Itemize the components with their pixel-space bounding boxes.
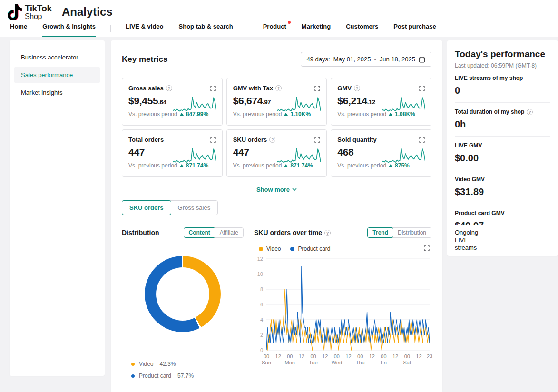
calendar-icon	[419, 56, 425, 63]
left-sidebar: Business accelerator Sales performance M…	[10, 40, 105, 376]
show-more-label: Show more	[256, 186, 290, 193]
today-performance-title: Today's performance	[455, 49, 550, 59]
legend-label: Video	[139, 361, 153, 367]
nav-item-post-purchase[interactable]: Post purchase	[393, 23, 437, 37]
page-title: Analytics	[62, 5, 113, 19]
legend-label: Product card	[298, 245, 330, 252]
date-range-days: 49 days:	[307, 56, 330, 63]
svg-text:2: 2	[260, 332, 263, 338]
nav-item-growth-insights[interactable]: Growth & insights	[42, 23, 96, 37]
legend-item-video: Video42.3%	[131, 361, 244, 367]
metric-title: Sold quantity	[337, 136, 376, 143]
stat-value: $31.89	[455, 186, 550, 197]
help-icon[interactable]: ?	[166, 85, 172, 91]
over-time-toggle: Trend Distribution	[367, 227, 431, 238]
primary-nav: Home Growth & insights LIVE & video Shop…	[10, 21, 437, 37]
expand-icon[interactable]	[419, 86, 425, 91]
legend-item-video: Video	[259, 245, 281, 252]
svg-text:4: 4	[260, 317, 263, 323]
svg-text:00: 00	[287, 353, 293, 359]
help-icon[interactable]: ?	[354, 85, 360, 91]
sparkline-chart	[173, 94, 216, 117]
nav-item-live-video[interactable]: LIVE & video	[125, 23, 164, 37]
product-card-legend-dot	[290, 247, 294, 251]
metric-value: $6,214	[337, 95, 367, 106]
stat-label: LIVE GMV	[455, 142, 482, 149]
nav-item-product[interactable]: Product	[263, 23, 287, 37]
svg-text:12: 12	[275, 353, 281, 359]
brand-line2: Shop	[25, 13, 51, 20]
sidebar-item-business-accelerator[interactable]: Business accelerator	[14, 49, 100, 66]
top-bar: TikTok Shop Analytics Home Growth & insi…	[0, 0, 558, 37]
distribution-title: Distribution	[122, 229, 159, 236]
legend-item-product-card: Product card57.7%	[131, 372, 244, 379]
svg-text:00: 00	[334, 353, 340, 359]
legend-value: 42.3%	[159, 361, 176, 367]
sidebar-item-sales-performance[interactable]: Sales performance	[14, 67, 100, 83]
brand-line1: TikTok	[25, 4, 51, 13]
expand-icon[interactable]	[314, 137, 320, 143]
help-icon[interactable]: ?	[527, 109, 533, 115]
stat-label: Total duration of my shop	[455, 108, 524, 115]
compare-label: Vs. previous period	[337, 111, 386, 118]
toggle-trend[interactable]: Trend	[367, 227, 393, 238]
compare-label: Vs. previous period	[233, 162, 282, 169]
date-range-start: May 01, 2025	[333, 56, 371, 63]
nav-item-marketing[interactable]: Marketing	[301, 23, 331, 37]
svg-text:00: 00	[381, 353, 386, 359]
svg-text:8: 8	[260, 286, 263, 292]
nav-item-customers[interactable]: Customers	[345, 23, 379, 37]
expand-icon[interactable]	[314, 86, 320, 91]
date-range-separator: -	[374, 56, 376, 63]
sparkline-chart	[277, 94, 321, 117]
compare-label: Vs. previous period	[233, 111, 282, 118]
nav-item-shop-tab-search[interactable]: Shop tab & search	[178, 23, 234, 37]
tab-sku-orders[interactable]: SKU orders	[122, 200, 171, 215]
svg-text:00: 00	[310, 353, 316, 359]
stat-label: Video GMV	[455, 176, 485, 183]
nav-divider	[110, 25, 111, 32]
svg-text:6: 6	[260, 302, 263, 307]
nav-item-home[interactable]: Home	[10, 23, 28, 37]
help-icon[interactable]: ?	[269, 137, 275, 143]
expand-icon[interactable]	[210, 86, 216, 91]
notification-dot	[288, 21, 291, 24]
svg-text:Tue: Tue	[309, 360, 318, 365]
expand-icon[interactable]	[419, 137, 425, 143]
nav-divider	[248, 25, 248, 32]
toggle-affiliate[interactable]: Affiliate	[215, 227, 244, 238]
metric-title: GMV with Tax	[233, 85, 273, 92]
date-range-picker[interactable]: 49 days: May 01, 2025 - Jun 18, 2025	[301, 52, 431, 67]
legend-value: 57.7%	[177, 372, 194, 379]
sparkline-chart	[382, 94, 425, 117]
tab-gross-sales[interactable]: Gross sales	[170, 200, 218, 215]
svg-text:23: 23	[427, 353, 432, 359]
expand-icon[interactable]	[210, 137, 216, 143]
svg-text:12: 12	[257, 256, 263, 262]
stat-total-duration: Total duration of my shop? 0h	[455, 103, 550, 137]
svg-text:12: 12	[416, 353, 421, 359]
expand-icon[interactable]	[424, 245, 430, 251]
metric-cards-grid: Gross sales? $9,455.64 Vs. previous peri…	[122, 78, 431, 177]
help-icon[interactable]: ?	[275, 85, 282, 91]
main-panel: Key metrics 49 days: May 01, 2025 - Jun …	[111, 40, 442, 392]
stat-value: 0h	[455, 119, 550, 130]
stat-value: $0.00	[455, 153, 550, 164]
sparkline-chart	[173, 146, 216, 168]
metric-title: Gross sales	[128, 85, 164, 92]
metric-fraction: .64	[158, 98, 166, 106]
nav-item-product-label: Product	[263, 23, 286, 30]
metric-card-total-orders: Total orders? 447 Vs. previous period871…	[122, 129, 223, 177]
toggle-content[interactable]: Content	[184, 227, 215, 238]
svg-text:00: 00	[357, 353, 363, 359]
show-more-link[interactable]: Show more	[256, 186, 297, 193]
svg-text:0: 0	[260, 347, 263, 353]
sidebar-item-market-insights[interactable]: Market insights	[14, 84, 100, 101]
svg-text:12: 12	[369, 353, 375, 359]
tiktok-shop-logo[interactable]: TikTok Shop	[8, 4, 51, 20]
svg-text:Mon: Mon	[285, 360, 295, 365]
toggle-distribution[interactable]: Distribution	[392, 227, 431, 238]
help-icon[interactable]: ?	[324, 230, 331, 236]
stat-label: LIVE streams of my shop	[455, 75, 523, 81]
section-title-key-metrics: Key metrics	[122, 55, 167, 64]
